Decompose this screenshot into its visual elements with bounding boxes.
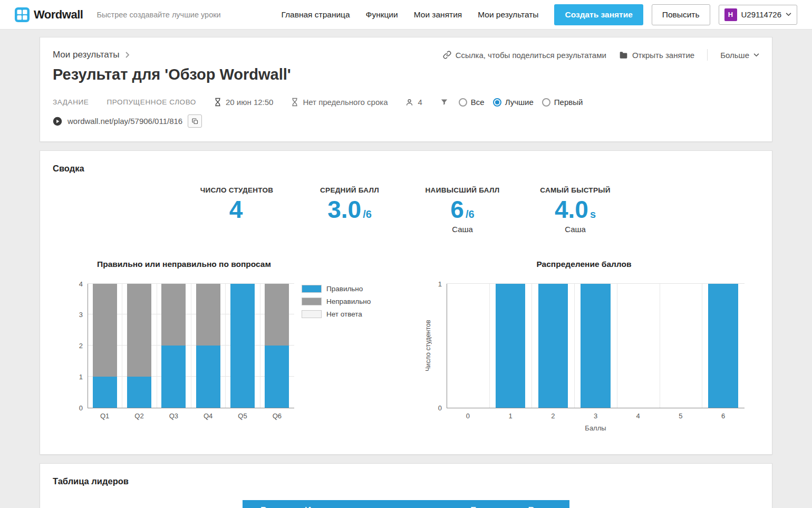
legend-item-correct: Правильно (302, 285, 371, 293)
chevron-down-icon (753, 53, 759, 57)
chevron-down-icon (786, 13, 791, 16)
open-activity-label: Открыть занятие (632, 51, 694, 60)
stat-highest-score: НАИВЫСШИЙ БАЛЛ 6/6 Саша (406, 186, 519, 234)
meta-row: ЗАДАНИЕ ПРОПУЩЕННОЕ СЛОВО 20 июн 12:50 Н… (53, 98, 759, 107)
filter-label: Все (471, 98, 485, 107)
filter-option[interactable]: Лучшие (493, 98, 534, 107)
user-id: U29114726 (741, 10, 781, 19)
bar-1 (489, 284, 532, 408)
filter-icon (440, 98, 448, 106)
breadcrumb[interactable]: Мои результаты (53, 50, 119, 60)
copy-icon (192, 118, 198, 124)
bar-5 (660, 284, 702, 408)
legend-swatch-no-answer (302, 310, 322, 318)
person-icon (405, 98, 413, 107)
stats-row: ЧИСЛО СТУДЕНТОВ 4 СРЕДНИЙ БАЛЛ 3.0/6 НАИ… (53, 186, 759, 234)
bar-Q2 (122, 284, 156, 408)
dist-plot (447, 284, 745, 408)
radio-icon (493, 98, 501, 107)
distribution-chart-title: Распределение баллов (423, 260, 745, 269)
legend-swatch-correct (302, 285, 322, 293)
bar-Q5 (225, 284, 259, 408)
page-title: Результат для 'Обзор Wordwall' (53, 66, 759, 83)
share-results-label: Ссылка, чтобы поделиться результатами (456, 51, 606, 60)
bar-Q1 (88, 284, 122, 408)
column-score: Баллы (443, 505, 501, 508)
share-results-link[interactable]: Ссылка, чтобы поделиться результатами (443, 51, 606, 60)
questions-chart: Правильно или неправильно по вопросам 01… (74, 260, 371, 432)
nav-item-my-activities[interactable]: Мои занятия (414, 10, 462, 20)
deadline: Нет предельного срока (291, 98, 388, 107)
bar-Q6 (260, 284, 294, 408)
play-circle-icon (53, 117, 62, 126)
nav-links: Главная страница Функции Мои занятия Мои… (282, 10, 539, 20)
breadcrumb-row: Мои результаты Ссылка, чтобы поделиться … (53, 49, 759, 61)
participants: 4 (405, 98, 422, 107)
copy-url-button[interactable] (188, 114, 202, 128)
leaderboard-title: Таблица лидеров (53, 476, 759, 486)
legend-item-no-answer: Нет ответа (302, 310, 371, 318)
questions-xlabels: Q1Q2Q3Q4Q5Q6 (88, 412, 294, 420)
assignment-label: ЗАДАНИЕ (53, 98, 89, 106)
more-label: Больше (720, 51, 749, 60)
result-filters: Все Лучшие Первый (459, 98, 583, 107)
distribution-chart: Распределение баллов Число студентов 01 … (423, 260, 745, 432)
column-time: Время (501, 505, 569, 508)
nav-item-my-results[interactable]: Мои результаты (478, 10, 538, 20)
bar-4 (617, 284, 660, 408)
bar-Q4 (191, 284, 225, 408)
upgrade-button[interactable]: Повысить (652, 4, 710, 25)
stat-average-score: СРЕДНИЙ БАЛЛ 3.0/6 (293, 186, 406, 234)
start-time-value: 20 июн 12:50 (226, 98, 273, 107)
stat-student-count: ЧИСЛО СТУДЕНТОВ 4 (180, 186, 293, 234)
deadline-value: Нет предельного срока (303, 98, 388, 107)
summary-title: Сводка (53, 164, 759, 174)
summary-card: Сводка ЧИСЛО СТУДЕНТОВ 4 СРЕДНИЙ БАЛЛ 3.… (40, 150, 772, 455)
activity-type-label: ПРОПУЩЕННОЕ СЛОВО (107, 98, 196, 106)
create-activity-button[interactable]: Создать занятие (554, 4, 643, 25)
user-menu[interactable]: H U29114726 (719, 5, 797, 25)
nav-item-features[interactable]: Функции (366, 10, 398, 20)
avatar: H (724, 8, 737, 21)
radio-icon (542, 98, 550, 107)
filter-option[interactable]: Все (459, 98, 485, 107)
legend-swatch-incorrect (302, 298, 322, 305)
play-url-row: wordwall.net/play/57906/011/816 (53, 114, 759, 128)
open-activity-link[interactable]: Открыть занятие (619, 51, 694, 60)
dist-yaxis: 01 (433, 284, 447, 408)
top-navbar: Wordwall Быстрее создавайте лучшие уроки… (0, 0, 812, 30)
questions-plot (88, 284, 294, 408)
start-time: 20 июн 12:50 (214, 98, 273, 107)
questions-yaxis: 01234 (74, 284, 88, 408)
chevron-right-icon (125, 52, 130, 58)
column-rank: Ранг (243, 505, 295, 508)
nav-item-home[interactable]: Главная страница (282, 10, 350, 20)
participants-count: 4 (418, 98, 422, 107)
bar-Q3 (157, 284, 191, 408)
distribution-xlabel: Баллы (447, 424, 745, 432)
results-header-card: Мои результаты Ссылка, чтобы поделиться … (40, 37, 772, 142)
tagline: Быстрее создавайте лучшие уроки (96, 11, 220, 19)
wordwall-logo-icon (15, 7, 30, 22)
page-content: Мои результаты Ссылка, чтобы поделиться … (0, 30, 812, 508)
filter-label: Лучшие (505, 98, 534, 107)
column-name: Имя (295, 505, 443, 508)
brand-name: Wordwall (34, 8, 83, 22)
questions-chart-title: Правильно или неправильно по вопросам (74, 260, 294, 269)
bar-0 (447, 284, 489, 408)
stat-fastest: САМЫЙ БЫСТРЫЙ 4.0s Саша (519, 186, 632, 234)
legend-item-incorrect: Неправильно (302, 298, 371, 305)
bar-3 (574, 284, 617, 408)
folder-icon (619, 51, 628, 59)
distribution-ylabel: Число студентов (423, 284, 433, 408)
divider (707, 49, 708, 61)
filter-option[interactable]: Первый (542, 98, 583, 107)
charts-row: Правильно или неправильно по вопросам 01… (53, 260, 759, 432)
wordwall-logo[interactable]: Wordwall (15, 7, 83, 22)
hourglass-icon (214, 98, 221, 107)
filter-label: Первый (554, 98, 583, 107)
hourglass-off-icon (291, 98, 298, 107)
more-menu[interactable]: Больше (720, 51, 759, 60)
header-actions: Ссылка, чтобы поделиться результатами От… (443, 49, 759, 61)
play-url[interactable]: wordwall.net/play/57906/011/816 (67, 117, 182, 126)
